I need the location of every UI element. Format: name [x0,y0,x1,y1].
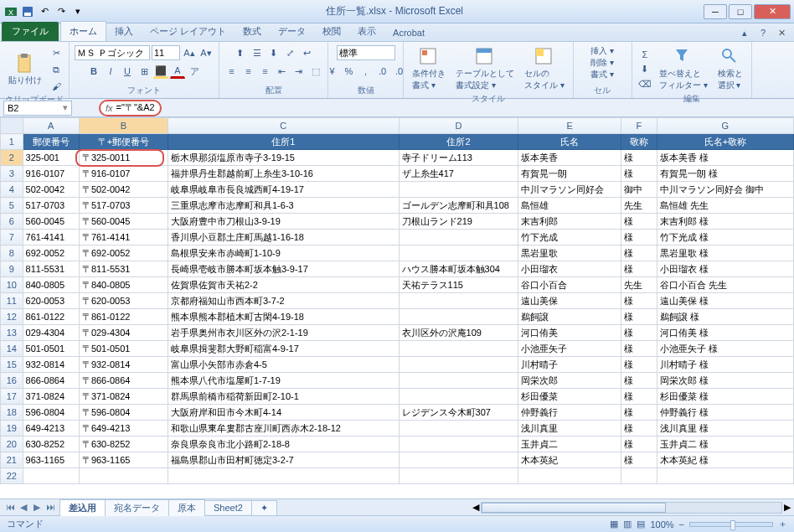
new-sheet-button[interactable]: ✦ [251,500,277,515]
cell[interactable]: 様 [621,293,657,309]
bold-button[interactable]: B [86,64,101,79]
align-left-icon[interactable]: ≡ [224,64,240,79]
cell[interactable]: 三重県志摩市志摩町和具1-6-3 [168,198,400,214]
cell[interactable]: 竹下光成 様 [657,230,793,245]
cell[interactable]: 島恒雄 先生 [657,198,793,214]
font-color-button[interactable]: A [170,64,185,79]
row-header[interactable]: 13 [1,325,23,341]
underline-button[interactable]: U [120,64,135,79]
cell[interactable]: 〒692-0052 [79,245,168,261]
cell[interactable]: 916-0107 [23,166,79,182]
tab-view[interactable]: 表示 [349,22,384,41]
cell[interactable]: 〒620-0053 [79,293,168,309]
paste-button[interactable]: 貼り付け [5,52,45,88]
currency-icon[interactable]: ¥ [325,64,340,79]
tab-data[interactable]: データ [270,22,314,41]
col-header[interactable]: D [399,118,518,134]
wrap-text-icon[interactable]: ↩ [300,45,315,60]
cell[interactable]: 840-0805 [23,277,79,293]
cell[interactable]: 島恒雄 [518,198,621,214]
last-sheet-icon[interactable]: ⏭ [44,502,57,513]
cell[interactable]: 866-0864 [23,373,79,389]
cell[interactable] [621,468,657,484]
cell[interactable]: 坂本美香 様 [657,150,793,166]
orientation-icon[interactable]: ⤢ [283,45,298,60]
cell[interactable]: 岡栄次郎 様 [657,373,793,389]
cell[interactable]: 杉田優菜 様 [657,389,793,405]
cell[interactable]: 岡栄次郎 [518,373,621,389]
zoom-level[interactable]: 100% [650,519,673,529]
cell[interactable]: 岐阜県揖斐郡大野町稲富4-9-17 [168,341,400,357]
cell[interactable] [399,357,518,373]
sheet-tab[interactable]: 原本 [168,499,205,516]
row-header[interactable]: 19 [1,421,23,436]
align-right-icon[interactable]: ≡ [258,64,273,79]
cell[interactable]: 谷口小百合 先生 [657,277,793,293]
row-header[interactable]: 22 [1,468,23,484]
cell[interactable]: 様 [621,436,657,452]
cell[interactable]: 仲野義行 様 [657,405,793,421]
row-header[interactable]: 11 [1,293,23,309]
cell[interactable]: 〒560-0045 [79,214,168,230]
row-header[interactable]: 18 [1,405,23,421]
format-painter-icon[interactable]: 🖌 [49,79,64,94]
cell[interactable]: 〒596-0804 [79,405,168,421]
cell[interactable]: ザ上糸生417 [399,166,518,182]
cell[interactable]: 〒811-5531 [79,261,168,277]
cell[interactable]: 群馬県前橋市稲荷新田町2-10-1 [168,389,400,405]
cell[interactable]: 様 [621,214,657,230]
col-header[interactable]: F [621,118,657,134]
next-sheet-icon[interactable]: ▶ [30,502,44,513]
cell[interactable]: 649-4213 [23,421,79,436]
cell[interactable]: 鵜飼譲 様 [657,309,793,325]
row-header[interactable]: 3 [1,166,23,182]
cell[interactable]: 京都府福知山市西本町3-7-2 [168,293,400,309]
cell[interactable]: 〒325-0011 [79,150,168,166]
format-cells-button[interactable]: 書式 ▾ [590,69,614,80]
cell[interactable]: 佐賀県佐賀市天祐2-2 [168,277,400,293]
cell[interactable]: 岩手県奥州市衣川区外の沢2-1-19 [168,325,400,341]
cell[interactable]: 玉井貞二 [518,436,621,452]
cell[interactable]: 小田瑠衣 様 [657,261,793,277]
cell[interactable]: 620-0053 [23,293,79,309]
cell[interactable]: 長崎県壱岐市勝本町坂本触3-9-17 [168,261,400,277]
help-icon[interactable]: ? [755,28,771,41]
cell[interactable] [518,468,621,484]
cell[interactable]: 栃木県那須塩原市寺子3-19-15 [168,150,400,166]
cell[interactable]: 〒517-0703 [79,198,168,214]
cell[interactable]: 932-0814 [23,357,79,373]
cell[interactable]: 811-5531 [23,261,79,277]
header-cell[interactable]: 氏名 [518,134,621,150]
cell[interactable]: 熊本県熊本郡植木町古閑4-19-18 [168,309,400,325]
zoom-slider[interactable] [689,522,773,527]
row-header[interactable]: 4 [1,182,23,198]
cell[interactable]: 浅川真里 様 [657,421,793,436]
worksheet[interactable]: A B C D E F G 1郵便番号〒+郵便番号住所1住所2氏名敬称氏名+敬称… [0,117,794,498]
row-header[interactable]: 8 [1,245,23,261]
grid[interactable]: A B C D E F G 1郵便番号〒+郵便番号住所1住所2氏名敬称氏名+敬称… [0,117,794,484]
cell[interactable]: 596-0804 [23,405,79,421]
cell[interactable]: 761-4141 [23,230,79,245]
minimize-ribbon-icon[interactable]: ▴ [737,28,752,41]
cell[interactable]: 様 [621,245,657,261]
cell[interactable]: 熊本県八代市塩屋町1-7-19 [168,373,400,389]
sheet-tab[interactable]: Sheet2 [204,500,252,514]
undo-icon[interactable]: ↶ [37,4,52,19]
maximize-button[interactable]: □ [729,4,752,19]
workbook-close-icon[interactable]: ✕ [774,28,789,41]
border-button[interactable]: ⊞ [137,64,152,79]
cell[interactable]: 〒916-0107 [79,166,168,182]
save-icon[interactable] [20,4,35,19]
phonetic-button[interactable]: ア [187,64,202,79]
close-button[interactable]: ✕ [754,4,791,19]
copy-icon[interactable]: ⧉ [49,62,64,77]
minimize-button[interactable]: ─ [704,4,727,19]
cell[interactable]: 様 [621,166,657,182]
align-middle-icon[interactable]: ☰ [250,45,265,60]
tab-formulas[interactable]: 数式 [235,22,270,41]
cell[interactable]: 末吉利郎 [518,214,621,230]
clear-icon[interactable]: ⌫ [637,77,652,92]
cell[interactable]: 御中 [621,182,657,198]
view-normal-icon[interactable]: ▦ [610,519,618,529]
cell[interactable]: 517-0703 [23,198,79,214]
